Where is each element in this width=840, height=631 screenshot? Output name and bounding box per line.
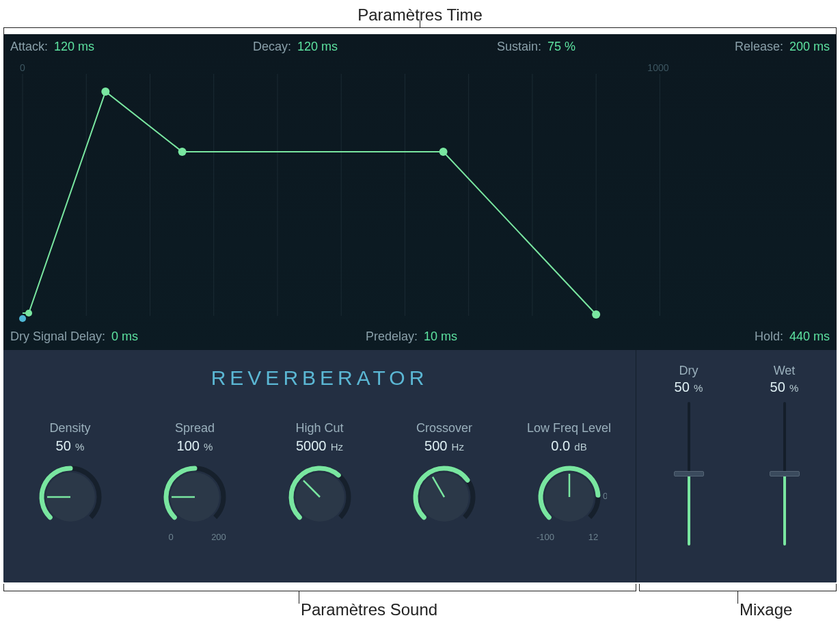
knob-crossover-value: 500 Hz (386, 438, 502, 454)
knob-crossover-label: Crossover (386, 421, 502, 435)
bracket-sound (3, 585, 636, 591)
slider-dry-fill (688, 474, 690, 546)
svg-text:12: 12 (588, 532, 597, 542)
slider-wet-fill (783, 474, 786, 546)
envelope-node-sustain[interactable] (439, 148, 448, 156)
bracket-mix (639, 585, 837, 591)
bracket-time-stem (420, 21, 420, 27)
knob-highcut-value: 5000 Hz (262, 438, 378, 454)
knob-highcut[interactable]: High Cut 5000 Hz (262, 421, 378, 543)
slider-wet-track[interactable] (783, 402, 786, 546)
knob-lowfreq-label: Low Freq Level (511, 421, 627, 435)
slider-dry-track[interactable] (688, 402, 690, 546)
envelope-curve[interactable] (23, 92, 596, 314)
knob-lowfreq[interactable]: Low Freq Level 0.0 dB 0 -100 12 (511, 421, 627, 543)
mix-panel: Dry 50 % Wet 50 % (636, 350, 837, 582)
knob-density[interactable]: Density 50 % (12, 421, 128, 543)
svg-text:0: 0 (168, 532, 173, 542)
bracket-time (3, 27, 837, 34)
param-sustain[interactable]: Sustain: 75 % (497, 40, 575, 54)
slider-dry-value: 50 % (655, 379, 723, 395)
plugin-window: Attack: 120 ms Decay: 120 ms Sustain: 75… (3, 34, 837, 582)
envelope-node-predelay[interactable] (25, 310, 32, 317)
knob-spread-label: Spread (137, 421, 253, 435)
slider-wet-thumb[interactable] (770, 471, 800, 476)
knob-crossover[interactable]: Crossover 500 Hz (386, 421, 502, 543)
knob-lowfreq-value: 0.0 dB (511, 438, 627, 454)
svg-text:0: 0 (603, 491, 607, 501)
svg-text:-100: -100 (536, 532, 554, 542)
envelope-panel: Attack: 120 ms Decay: 120 ms Sustain: 75… (3, 34, 837, 350)
param-release[interactable]: Release: 200 ms (735, 40, 830, 54)
bracket-sound-stem (299, 591, 299, 604)
slider-wet[interactable]: Wet 50 % (750, 364, 819, 582)
knob-density-label: Density (12, 421, 128, 435)
param-predelay[interactable]: Predelay: 10 ms (366, 330, 457, 344)
axis-end: 1000 (647, 63, 668, 73)
annotation-sound: Paramètres Sound (301, 600, 437, 619)
svg-text:200: 200 (211, 532, 226, 542)
slider-wet-value: 50 % (750, 379, 819, 395)
knob-spread[interactable]: Spread 100 % 0 200 (137, 421, 253, 543)
slider-dry-thumb[interactable] (674, 471, 704, 476)
sound-panel: REVERBERATOR Density 50 % Spread 100 % 0… (3, 350, 636, 582)
axis-start: 0 (20, 63, 25, 73)
envelope-node-decay[interactable] (178, 148, 187, 156)
envelope-node-start[interactable] (19, 315, 26, 322)
slider-dry-label: Dry (655, 364, 723, 378)
slider-dry[interactable]: Dry 50 % (655, 364, 723, 582)
knob-spread-value: 100 % (137, 438, 253, 454)
knob-density-value: 50 % (12, 438, 128, 454)
envelope-node-attack[interactable] (101, 88, 109, 96)
bracket-mix-stem (737, 591, 738, 604)
annotation-mix: Mixage (740, 600, 792, 619)
knob-highcut-label: High Cut (262, 421, 378, 435)
envelope-node-release[interactable] (592, 310, 600, 319)
param-hold[interactable]: Hold: 440 ms (755, 330, 830, 344)
param-attack[interactable]: Attack: 120 ms (10, 40, 94, 54)
plugin-title: REVERBERATOR (3, 366, 636, 390)
envelope-graph[interactable]: 0 1000 (16, 63, 824, 327)
slider-wet-label: Wet (750, 364, 819, 378)
param-dry-delay[interactable]: Dry Signal Delay: 0 ms (10, 330, 138, 344)
param-decay[interactable]: Decay: 120 ms (253, 40, 338, 54)
lower-panel: REVERBERATOR Density 50 % Spread 100 % 0… (3, 350, 837, 582)
